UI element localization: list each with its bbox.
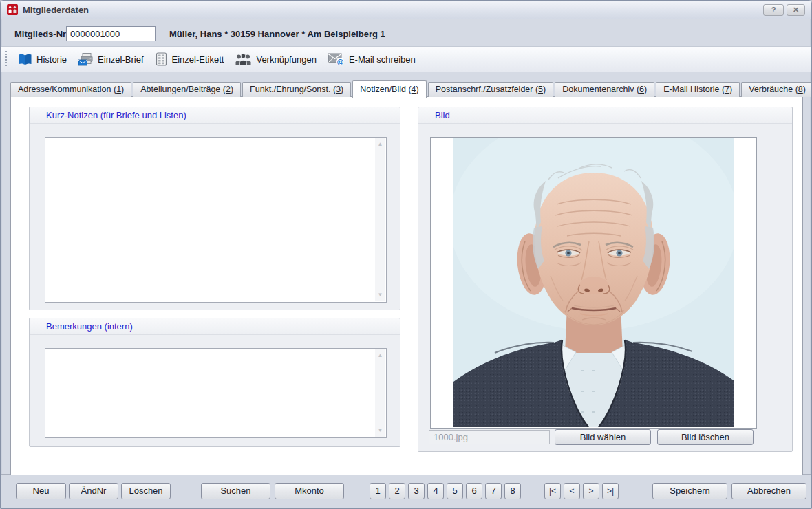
page-3-button[interactable]: 3 xyxy=(408,483,425,499)
tab-funkt-ehrung-sonst[interactable]: Funkt./Ehrung/Sonst. (3) xyxy=(242,82,351,97)
email-schreiben-label: E-Mail schreiben xyxy=(349,54,416,65)
page-7-button[interactable]: 7 xyxy=(485,483,502,499)
notizen-bild-panel: Kurz-Notizen (für Briefe und Listen) ▲ ▼… xyxy=(10,96,803,475)
loeschen-button[interactable]: Löschen xyxy=(121,483,171,499)
bild-group: Bild xyxy=(418,107,793,452)
app-logo-icon xyxy=(7,4,18,15)
page-5-button[interactable]: 5 xyxy=(447,483,463,499)
footer-bar: Neu ÄndNr Löschen Suchen Mkonto 1 2 3 4 … xyxy=(1,474,811,508)
kurz-notizen-group: Kurz-Notizen (für Briefe und Listen) ▲ ▼ xyxy=(29,107,400,310)
page-2-button[interactable]: 2 xyxy=(389,483,405,499)
historie-label: Historie xyxy=(36,54,67,65)
page-buttons: 1 2 3 4 5 6 7 8 xyxy=(370,483,521,499)
record-nav-buttons: |< < > >| xyxy=(544,483,619,499)
member-photo xyxy=(453,138,734,427)
page-1-button[interactable]: 1 xyxy=(370,483,386,499)
close-button[interactable]: ✕ xyxy=(787,4,805,16)
email-schreiben-button[interactable]: @ E-Mail schreiben xyxy=(322,50,421,69)
tab-dokumentenarchiv[interactable]: Dokumentenarchiv (6) xyxy=(555,82,654,97)
scroll-up-icon[interactable]: ▲ xyxy=(375,351,385,360)
neu-button[interactable]: Neu xyxy=(16,483,66,499)
aendnr-button[interactable]: ÄndNr xyxy=(69,483,118,499)
bemerkungen-title: Bemerkungen (intern) xyxy=(30,318,400,335)
member-no-label: Mitglieds-Nr. xyxy=(14,29,68,39)
window-title: Mitgliederdaten xyxy=(23,5,89,15)
mkonto-button[interactable]: Mkonto xyxy=(275,483,344,499)
tab-adresse-kommunikation[interactable]: Adresse/Kommunikation (1) xyxy=(10,82,131,97)
einzel-brief-label: Einzel-Brief xyxy=(98,54,143,65)
label-sheet-icon xyxy=(155,52,168,66)
bild-waehlen-button[interactable]: Bild wählen xyxy=(555,429,651,445)
einzel-brief-button[interactable]: Einzel-Brief xyxy=(72,50,149,69)
verknuepfungen-button[interactable]: Verknüpfungen xyxy=(229,50,321,69)
nav-next-button[interactable]: > xyxy=(583,483,599,499)
einzel-etikett-button[interactable]: Einzel-Etikett xyxy=(149,50,230,69)
speichern-button[interactable]: Speichern xyxy=(652,483,727,499)
member-id-row: Mitglieds-Nr. Müller, Hans * 30159 Hanno… xyxy=(1,20,811,46)
bild-loeschen-button[interactable]: Bild löschen xyxy=(657,429,754,445)
scroll-down-icon[interactable]: ▼ xyxy=(375,426,385,435)
nav-prev-button[interactable]: < xyxy=(564,483,580,499)
bemerkungen-textarea[interactable] xyxy=(45,349,375,437)
tab-notizen-bild[interactable]: Notizen/Bild (4) xyxy=(352,80,426,98)
einzel-etikett-label: Einzel-Etikett xyxy=(172,54,224,65)
page-6-button[interactable]: 6 xyxy=(466,483,482,499)
tab-strip: Adresse/Kommunikation (1) Abteilungen/Be… xyxy=(10,80,802,97)
tab-abteilungen-beitraege[interactable]: Abteilungen/Beiträge (2) xyxy=(133,82,241,97)
kurz-notizen-textbox: ▲ ▼ xyxy=(45,137,387,303)
kurz-notizen-scrollbar[interactable]: ▲ ▼ xyxy=(375,138,385,301)
kurz-notizen-title: Kurz-Notizen (für Briefe und Listen) xyxy=(30,107,400,124)
people-group-icon xyxy=(235,52,252,66)
member-no-input[interactable] xyxy=(66,26,156,41)
photo-filename-field xyxy=(429,430,550,444)
abbrechen-button[interactable]: Abbrechen xyxy=(731,483,806,499)
bemerkungen-textbox: ▲ ▼ xyxy=(45,348,387,438)
historie-button[interactable]: Historie xyxy=(12,50,72,69)
suchen-button[interactable]: Suchen xyxy=(201,483,270,499)
printer-envelope-icon xyxy=(78,52,94,66)
toolbar-drag-handle[interactable] xyxy=(5,51,7,67)
page-8-button[interactable]: 8 xyxy=(504,483,521,499)
toolbar: Historie Einzel-Brief xyxy=(1,46,811,72)
nav-last-button[interactable]: >| xyxy=(602,483,619,499)
tab-postanschrf-zusatzfelder[interactable]: Postanschrf./Zusatzfelder (5) xyxy=(428,82,554,97)
kurz-notizen-textarea[interactable] xyxy=(45,138,375,302)
help-button[interactable]: ? xyxy=(763,4,784,16)
verknuepfungen-label: Verknüpfungen xyxy=(256,54,316,65)
envelope-at-icon: @ xyxy=(328,52,345,66)
tab-verbraeuche[interactable]: Verbräuche (8) xyxy=(741,82,812,97)
bemerkungen-group: Bemerkungen (intern) ▲ ▼ xyxy=(29,318,400,447)
mitgliederdaten-window: Mitgliederdaten ? ✕ Mitglieds-Nr. Müller… xyxy=(0,0,812,509)
member-photo-frame xyxy=(430,137,757,429)
bild-title: Bild xyxy=(418,107,792,124)
page-4-button[interactable]: 4 xyxy=(427,483,444,499)
bemerkungen-scrollbar[interactable]: ▲ ▼ xyxy=(375,349,385,437)
tab-email-historie[interactable]: E-Mail Historie (7) xyxy=(656,82,740,97)
scroll-up-icon[interactable]: ▲ xyxy=(375,140,385,149)
member-summary: Müller, Hans * 30159 Hannover * Am Beisp… xyxy=(169,29,385,39)
titlebar: Mitgliederdaten ? ✕ xyxy=(1,1,811,19)
open-book-icon xyxy=(18,53,32,66)
svg-text:@: @ xyxy=(336,58,343,65)
nav-first-button[interactable]: |< xyxy=(544,483,561,499)
scroll-down-icon[interactable]: ▼ xyxy=(375,290,385,300)
